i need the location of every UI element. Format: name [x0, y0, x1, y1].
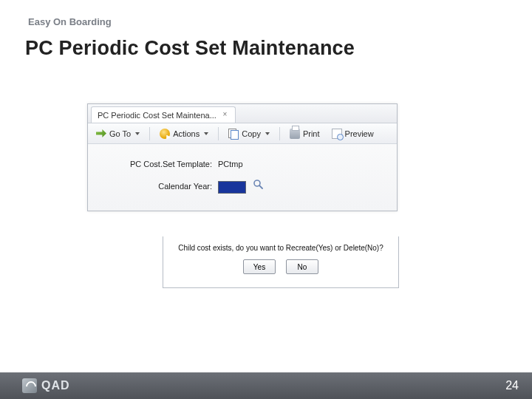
toolbar: Go To Actions Copy Print Pre	[88, 123, 397, 144]
tab-cost-set-maintenance[interactable]: PC Periodic Cost Set Maintena... ×	[91, 106, 236, 123]
print-button[interactable]: Print	[284, 126, 325, 141]
footer: QAD 24	[0, 372, 532, 399]
actions-icon	[160, 129, 170, 139]
chevron-down-icon	[135, 132, 140, 135]
template-label: PC Cost.Set Template:	[106, 160, 218, 168]
preview-icon	[332, 129, 342, 139]
toolbar-separator	[149, 127, 150, 140]
copy-icon	[228, 129, 239, 139]
dialog-message: Child cost exists, do you want to Recrea…	[178, 244, 383, 252]
toolbar-separator	[218, 127, 219, 140]
goto-icon	[96, 129, 106, 139]
brand-logo-icon	[22, 378, 37, 393]
page-number: 24	[505, 379, 519, 392]
preview-button[interactable]: Preview	[327, 126, 379, 141]
goto-button[interactable]: Go To	[91, 126, 145, 141]
copy-label: Copy	[242, 129, 261, 138]
actions-button[interactable]: Actions	[154, 126, 214, 141]
chevron-down-icon	[204, 132, 208, 135]
toolbar-separator	[279, 127, 280, 140]
year-input[interactable]	[218, 181, 246, 194]
year-value-wrap	[218, 179, 263, 194]
brand-text: QAD	[41, 379, 70, 392]
tab-bar: PC Periodic Cost Set Maintena... ×	[88, 104, 397, 123]
app-window: PC Periodic Cost Set Maintena... × Go To…	[87, 103, 398, 211]
row-template: PC Cost.Set Template: PCtmp	[106, 156, 379, 172]
lookup-icon[interactable]	[253, 179, 263, 189]
copy-button[interactable]: Copy	[223, 126, 275, 141]
actions-label: Actions	[173, 129, 200, 138]
yes-button[interactable]: Yes	[243, 259, 276, 274]
eyebrow-text: Easy On Boarding	[28, 16, 112, 27]
dialog-buttons: Yes No	[243, 259, 318, 274]
preview-label: Preview	[345, 129, 374, 138]
svg-line-1	[259, 185, 262, 188]
print-icon	[290, 129, 300, 139]
no-button[interactable]: No	[286, 259, 318, 274]
confirm-dialog: Child cost exists, do you want to Recrea…	[163, 236, 399, 288]
print-label: Print	[303, 129, 320, 138]
page-title: PC Periodic Cost Set Maintenance	[25, 37, 355, 60]
form-body: PC Cost.Set Template: PCtmp Calendar Yea…	[88, 144, 397, 208]
tab-title: PC Periodic Cost Set Maintena...	[98, 111, 216, 120]
brand: QAD	[22, 378, 70, 393]
year-label: Calendar Year:	[106, 182, 218, 191]
row-calendar-year: Calendar Year:	[106, 178, 379, 194]
close-icon[interactable]: ×	[221, 111, 229, 119]
chevron-down-icon	[265, 132, 270, 135]
slide: Easy On Boarding PC Periodic Cost Set Ma…	[0, 0, 532, 399]
goto-label: Go To	[109, 129, 131, 138]
template-value: PCtmp	[218, 160, 243, 168]
